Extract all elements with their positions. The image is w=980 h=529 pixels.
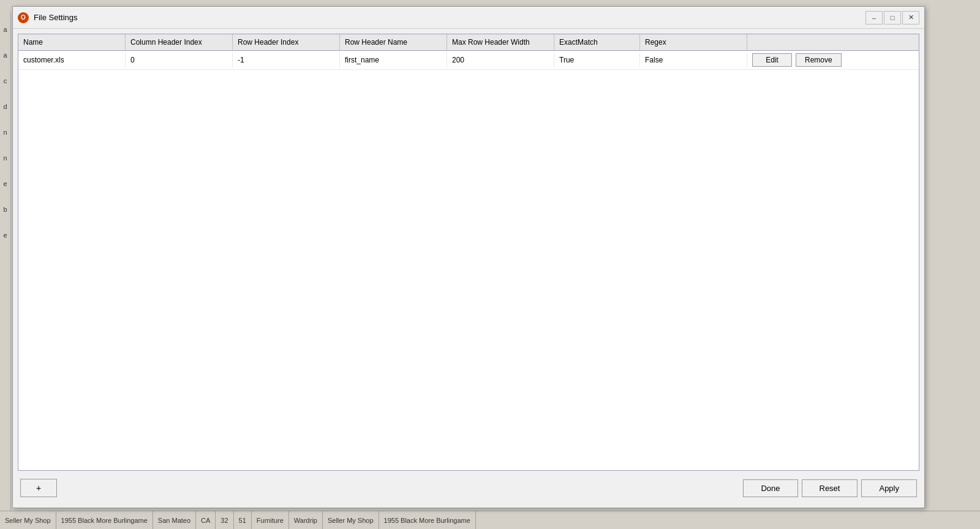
app-icon: O	[18, 12, 29, 23]
bg-cell-6: 51	[234, 511, 252, 529]
file-settings-window: O File Settings – □ ✕ Name Column	[12, 6, 925, 508]
footer: + Done Reset Apply	[18, 471, 919, 503]
table-body: customer.xls 0 -1 first_name 200 True Fa…	[18, 51, 919, 470]
bg-cell-3: San Mateo	[153, 511, 196, 529]
col-header-name: Name	[18, 34, 126, 50]
cell-em: True	[554, 53, 640, 67]
window-controls: – □ ✕	[865, 11, 919, 24]
edit-button[interactable]: Edit	[752, 53, 792, 67]
cell-regex: False	[640, 53, 747, 67]
col-header-em: ExactMatch	[554, 34, 640, 50]
bg-char-2: a	[3, 51, 7, 59]
bg-char-7: e	[3, 180, 7, 187]
title-bar-left: O File Settings	[18, 12, 78, 23]
col-header-chi: Column Header Index	[126, 34, 233, 50]
cell-rhi: -1	[233, 53, 340, 67]
bg-cell-4: CA	[196, 511, 216, 529]
maximize-button[interactable]: □	[884, 11, 901, 24]
col-header-rhi: Row Header Index	[233, 34, 340, 50]
table-header: Name Column Header Index Row Header Inde…	[18, 34, 919, 51]
bg-char-8: b	[3, 206, 7, 213]
apply-button[interactable]: Apply	[861, 479, 917, 497]
bg-cell-2: 1955 Black More Burlingame	[56, 511, 153, 529]
background-bar: Seller My Shop 1955 Black More Burlingam…	[0, 511, 980, 529]
bg-char-1: a	[3, 26, 7, 33]
bg-char-3: c	[4, 77, 7, 84]
bg-char-6: n	[3, 154, 7, 162]
bg-cell-1: Seller My Shop	[0, 511, 56, 529]
add-button[interactable]: +	[20, 479, 57, 497]
footer-right: Done Reset Apply	[743, 479, 917, 497]
bg-cell-9: Seller My Shop	[323, 511, 379, 529]
col-header-regex: Regex	[640, 34, 747, 50]
footer-left: +	[20, 479, 57, 497]
settings-table: Name Column Header Index Row Header Inde…	[18, 34, 919, 471]
bg-cell-5: 32	[216, 511, 233, 529]
bg-char-5: n	[3, 129, 7, 136]
window-content: Name Column Header Index Row Header Inde…	[13, 29, 924, 508]
cell-rhn: first_name	[340, 53, 447, 67]
close-button[interactable]: ✕	[902, 11, 919, 24]
col-header-mrhw: Max Row Header Width	[447, 34, 554, 50]
cell-chi: 0	[126, 53, 233, 67]
minimize-button[interactable]: –	[865, 11, 883, 24]
col-header-rhn: Row Header Name	[340, 34, 447, 50]
bg-cell-10: 1955 Black More Burlingame	[379, 511, 476, 529]
table-row: customer.xls 0 -1 first_name 200 True Fa…	[18, 51, 919, 70]
window-title: File Settings	[34, 13, 78, 22]
cell-mrhw: 200	[447, 53, 554, 67]
reset-button[interactable]: Reset	[802, 479, 858, 497]
remove-button[interactable]: Remove	[796, 53, 842, 67]
bg-cell-7: Furniture	[252, 511, 289, 529]
cell-actions: Edit Remove	[747, 51, 919, 69]
bg-char-4: d	[3, 103, 7, 110]
done-button[interactable]: Done	[743, 479, 797, 497]
cell-name: customer.xls	[18, 53, 126, 67]
left-edge-background: a a c d n n e b e	[0, 13, 11, 511]
title-bar: O File Settings – □ ✕	[13, 7, 924, 29]
bg-cell-8: Wardrip	[289, 511, 323, 529]
bg-char-9: e	[3, 231, 7, 239]
col-header-actions	[747, 34, 919, 50]
